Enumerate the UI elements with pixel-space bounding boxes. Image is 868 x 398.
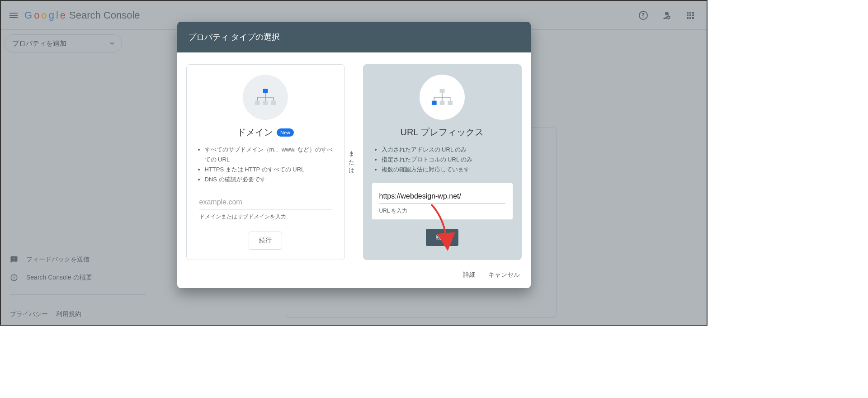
- property-type-dialog: プロパティ タイプの選択: [177, 22, 531, 288]
- dialog-title: プロパティ タイプの選択: [177, 22, 531, 52]
- sitemap-single-icon: [429, 88, 455, 106]
- new-badge: New: [277, 128, 294, 137]
- domain-card-title: ドメイン: [237, 126, 273, 138]
- sitemap-icon: [253, 88, 278, 106]
- url-input-container: URL を入力: [372, 183, 513, 220]
- domain-continue-button[interactable]: 続行: [249, 232, 282, 250]
- domain-bullet-3: DNS の確認が必要です: [205, 175, 336, 185]
- or-divider: または: [349, 64, 359, 260]
- domain-input[interactable]: [199, 195, 332, 209]
- url-bullet-3: 複数の確認方法に対応しています: [382, 165, 513, 175]
- domain-input-container: ドメインまたはサブドメインを入力: [195, 193, 336, 223]
- svg-rect-9: [440, 89, 445, 93]
- url-card-title: URL プレフィックス: [401, 126, 484, 138]
- url-prefix-property-card[interactable]: URL プレフィックス 入力されたアドレスの URL のみ 指定されたプロトコル…: [363, 64, 522, 260]
- url-icon-circle: [420, 75, 465, 120]
- svg-rect-15: [432, 101, 437, 105]
- url-input-hint: URL を入力: [379, 207, 505, 215]
- domain-bullet-1: すべてのサブドメイン（m.、www. など）のすべての URL: [205, 145, 336, 165]
- domain-bullet-2: HTTPS または HTTP のすべての URL: [205, 165, 336, 175]
- svg-rect-16: [440, 101, 445, 105]
- svg-rect-6: [255, 101, 260, 105]
- domain-property-card[interactable]: ドメイン New すべてのサブドメイン（m.、www. など）のすべての URL…: [186, 64, 345, 260]
- svg-rect-0: [263, 89, 268, 93]
- domain-icon-circle: [243, 75, 288, 120]
- details-link[interactable]: 詳細: [463, 271, 476, 279]
- url-input[interactable]: [379, 190, 505, 204]
- svg-rect-8: [271, 101, 276, 105]
- svg-rect-7: [263, 101, 268, 105]
- url-bullet-2: 指定されたプロトコルの URL のみ: [382, 155, 513, 165]
- svg-rect-17: [448, 101, 453, 105]
- url-bullet-1: 入力されたアドレスの URL のみ: [382, 145, 513, 155]
- cancel-button[interactable]: キャンセル: [488, 271, 520, 279]
- domain-input-hint: ドメインまたはサブドメインを入力: [199, 213, 332, 221]
- url-continue-button[interactable]: 続行: [426, 229, 458, 246]
- modal-scrim[interactable]: プロパティ タイプの選択: [1, 1, 707, 325]
